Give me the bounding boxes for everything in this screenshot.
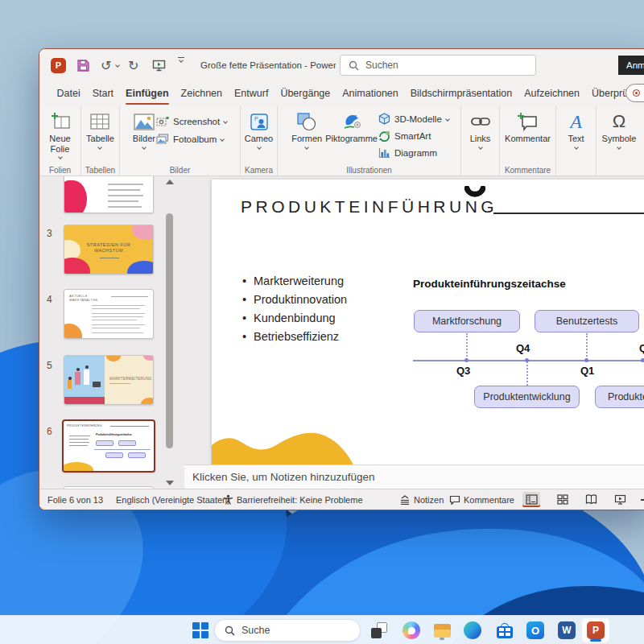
group-text: A Text [556,105,597,175]
symbols-button[interactable]: Ω Symbole [602,108,637,164]
smartart-button[interactable]: SmartArt [378,128,449,143]
screenshot-icon [156,116,169,126]
reading-view-button[interactable] [582,492,600,507]
thumbnail-slide-5[interactable]: MARKTERWEITERUNG [64,355,154,405]
text-button[interactable]: A Text [568,108,584,164]
slide-canvas[interactable]: PRODUKTEINFÜHRUNG Markterweiterung Produ… [212,180,644,466]
scrollbar-down-arrow[interactable] [166,481,174,485]
pictures-icon [134,109,155,134]
thumbnail-slide-3[interactable]: STRATEGIEN FÜR WACHSTUM [64,225,154,275]
language-indicator[interactable]: Englisch (Vereinigte Staaten) [116,489,230,510]
sign-in-button[interactable]: Anmelden [618,56,644,75]
slide-number-3: 3 [47,228,52,239]
timeline-heading[interactable]: Produkteinführungszeitachse [413,278,566,290]
search-box[interactable]: Suchen [340,55,536,76]
screenshot-button[interactable]: Screenshot [156,114,227,129]
microsoft-store-icon[interactable] [494,620,515,641]
chart-button[interactable]: Diagramm [378,145,449,160]
copilot-icon[interactable] [401,620,422,641]
cameo-button[interactable]: P Cameo [245,108,273,164]
notes-toggle[interactable]: Notizen [399,489,444,510]
group-label-tabellen: Tabellen [81,166,119,175]
tab-entwurf[interactable]: Entwurf [229,81,275,105]
group-label-illustrationen: Illustrationen [278,166,460,175]
thumbnail-slide-2[interactable] [64,176,154,213]
icons-button[interactable]: Piktogramme [325,108,378,164]
thumb6-timeline-heading: Produkteinführungszeitachse [96,433,132,436]
title-underline [493,213,644,214]
comments-toggle[interactable]: Kommentare [449,489,514,510]
taskbar-search[interactable]: Suche [214,619,361,642]
tab-einfuegen[interactable]: Einfügen [120,81,175,105]
tab-start[interactable]: Start [86,81,119,105]
table-button[interactable]: Tabelle [86,108,114,164]
save-icon[interactable] [76,57,90,73]
group-label-folien: Folien [39,166,80,175]
thumbnail-slide-6-selected[interactable]: PRODUKTEINFÜHRUNG Produkteinführungszeit… [62,419,155,473]
zoom-out-icon[interactable] [641,499,644,501]
tab-bildschirmpraesentation[interactable]: Bildschirmpräsentation [404,81,518,105]
photo-album-button[interactable]: Fotoalbum [156,131,227,147]
outlook-icon[interactable]: O [525,620,546,641]
powerpoint-logo-icon: P [51,57,66,73]
powerpoint-taskbar-active[interactable]: P [581,617,610,643]
undo-icon[interactable]: ↺ [101,57,111,73]
thumbnail-slide-4[interactable]: AKTUELLE MARKTANALYSE [64,289,154,339]
timeline-box-marktforschung[interactable]: Marktforschung [414,310,520,332]
tab-aufzeichnen[interactable]: Aufzeichnen [518,81,586,105]
timeline-label-q1: Q1 [580,365,594,377]
timeline-box-produktentwicklung[interactable]: Produktentwicklung [474,386,580,408]
group-symbole: Ω Symbole [597,105,642,175]
slide-title[interactable]: PRODUKTEINFÜHRUNG [241,197,497,217]
status-bar: Folie 6 von 13 Englisch (Vereinigte Staa… [39,489,644,510]
tab-zeichnen[interactable]: Zeichnen [175,81,228,105]
redo-icon[interactable]: ↻ [128,57,138,73]
file-explorer-icon[interactable] [431,620,452,641]
pink-blob [64,180,87,213]
bullet-item[interactable]: Betriebseffizienz [242,330,347,343]
bullet-item[interactable]: Markterweiterung [242,275,347,287]
shapes-button[interactable]: Formen [289,108,324,164]
search-icon [225,625,235,636]
notes-pane[interactable]: Klicken Sie, um Notizen hinzuzufügen [184,464,644,489]
search-placeholder: Suchen [365,60,398,71]
links-button[interactable]: Links [470,108,491,164]
group-label-bilder: Bilder [120,166,240,175]
record-button[interactable]: Aufzeichnen [625,84,644,102]
3d-models-button[interactable]: 3D-Modelle [378,111,449,126]
task-view-icon[interactable] [369,620,390,641]
start-icon[interactable] [190,620,211,641]
edge-icon[interactable] [462,620,483,641]
normal-view-button[interactable] [522,492,540,507]
3d-models-icon [378,113,390,125]
scrollbar-up-arrow[interactable] [166,180,174,184]
timeline-box-produkteinfuehrung[interactable]: Produkteinführung [595,386,644,408]
accessibility-status[interactable]: Barrierefreiheit: Keine Probleme [223,489,363,510]
scrollbar-thumb[interactable] [166,213,173,448]
new-slide-button[interactable]: Neue Folie [47,108,74,164]
slide-counter[interactable]: Folie 6 von 13 [47,489,103,510]
slideshow-view-button[interactable] [611,492,629,507]
bullet-list[interactable]: Markterweiterung Produktinnovation Kunde… [242,275,347,349]
record-dot-icon [633,89,640,97]
customize-toolbar-icon[interactable] [178,57,184,73]
bullet-item[interactable]: Kundenbindung [242,312,347,324]
timeline-label-q2: Q2 [639,342,644,354]
word-icon[interactable]: W [556,620,577,641]
timeline-box-benutzertests[interactable]: Benutzertests [535,310,639,332]
tab-uebergaenge[interactable]: Übergänge [275,81,336,105]
thumb5-title: MARKTERWEITERUNG [109,377,152,381]
tab-datei[interactable]: Datei [51,81,86,105]
tab-animationen[interactable]: Animationen [336,81,405,105]
title-bar[interactable]: P ↺ ↻ Große fette Präsentation - PowerP.… [39,49,644,81]
powerpoint-window: P ↺ ↻ Große fette Präsentation - PowerP.… [39,48,644,510]
bullet-item[interactable]: Produktinnovation [242,293,347,306]
start-presentation-icon[interactable] [152,57,166,73]
workspace: 3 STRATEGIEN FÜR WACHSTUM 4 AKTUELLE MAR… [39,176,644,489]
slide-number-6: 6 [47,426,52,437]
group-kommentare: Kommentar Kommentare [500,105,556,175]
comment-button[interactable]: Kommentar [505,108,551,164]
slide-sorter-view-button[interactable] [554,492,572,507]
undo-dropdown-icon[interactable] [116,57,119,73]
pictures-button[interactable]: Bilder [133,108,155,164]
